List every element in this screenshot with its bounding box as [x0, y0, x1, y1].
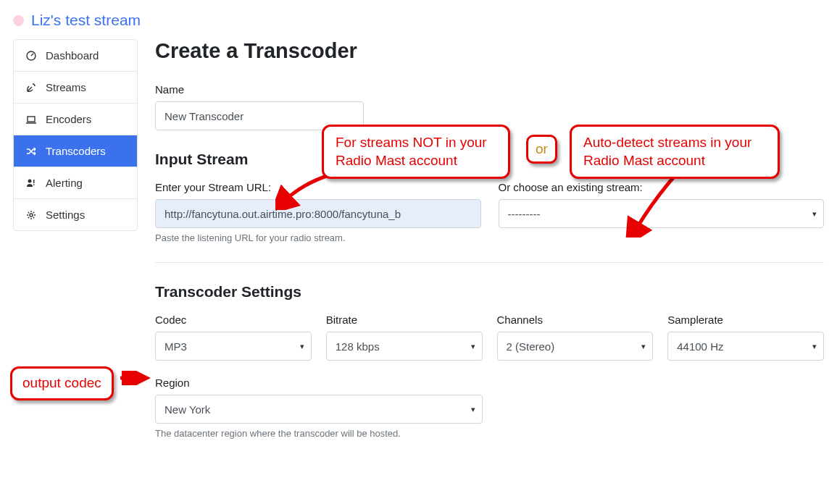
sidebar-item-label: Dashboard: [46, 49, 99, 62]
sidebar-nav: Dashboard Streams Encoders Transcoders: [13, 39, 138, 231]
annotation-or: or: [526, 135, 557, 164]
bitrate-label: Bitrate: [326, 314, 483, 326]
samplerate-label: Samplerate: [667, 314, 824, 326]
region-select[interactable]: New York: [155, 395, 483, 424]
main-content: Create a Transcoder Name Input Stream En…: [155, 39, 824, 439]
transcoder-settings-heading: Transcoder Settings: [155, 283, 824, 301]
arrow-codec-icon: [119, 371, 151, 385]
sidebar-item-label: Streams: [46, 81, 86, 93]
stream-title-row: Liz's test stream: [13, 12, 824, 29]
sidebar-item-label: Settings: [46, 209, 85, 221]
sidebar-item-alerting[interactable]: Alerting: [14, 167, 137, 199]
sidebar-item-encoders[interactable]: Encoders: [14, 104, 137, 135]
svg-rect-4: [33, 184, 35, 185]
sidebar-item-dashboard[interactable]: Dashboard: [14, 40, 137, 72]
annotation-callout-right: Auto-detect streams in your Radio Mast a…: [570, 125, 780, 179]
samplerate-select[interactable]: 44100 Hz: [667, 332, 824, 361]
user-alert-icon: [25, 177, 37, 189]
svg-rect-1: [28, 117, 35, 122]
region-label: Region: [155, 377, 483, 389]
sidebar-item-label: Transcoders: [46, 145, 106, 157]
page-heading: Create a Transcoder: [155, 39, 824, 63]
codec-select[interactable]: MP3: [155, 332, 312, 361]
bitrate-select[interactable]: 128 kbps: [326, 332, 483, 361]
sidebar-item-label: Encoders: [46, 113, 91, 125]
svg-point-2: [28, 179, 32, 182]
region-hint: The datacenter region where the transcod…: [155, 428, 483, 439]
channels-select[interactable]: 2 (Stereo): [497, 332, 654, 361]
svg-point-5: [30, 214, 33, 217]
sidebar-item-label: Alerting: [46, 177, 83, 189]
status-dot-icon: [13, 15, 24, 26]
sidebar-item-streams[interactable]: Streams: [14, 72, 137, 104]
codec-label: Codec: [155, 314, 312, 326]
section-divider: [155, 262, 824, 263]
channels-label: Channels: [497, 314, 654, 326]
gear-icon: [25, 209, 37, 221]
arrow-right-icon: [625, 171, 697, 238]
shuffle-icon: [25, 146, 37, 157]
annotation-output-codec: output codec: [10, 366, 114, 400]
sidebar-item-transcoders[interactable]: Transcoders: [14, 135, 137, 167]
sidebar-item-settings[interactable]: Settings: [14, 199, 137, 230]
dashboard-icon: [25, 50, 37, 62]
stream-title-link[interactable]: Liz's test stream: [31, 12, 141, 29]
satellite-icon: [25, 82, 37, 93]
annotation-callout-left: For streams NOT in your Radio Mast accou…: [322, 125, 510, 179]
laptop-icon: [25, 114, 37, 125]
name-label: Name: [155, 83, 364, 96]
stream-url-hint: Paste the listening URL for your radio s…: [155, 232, 481, 243]
svg-rect-3: [33, 180, 35, 183]
